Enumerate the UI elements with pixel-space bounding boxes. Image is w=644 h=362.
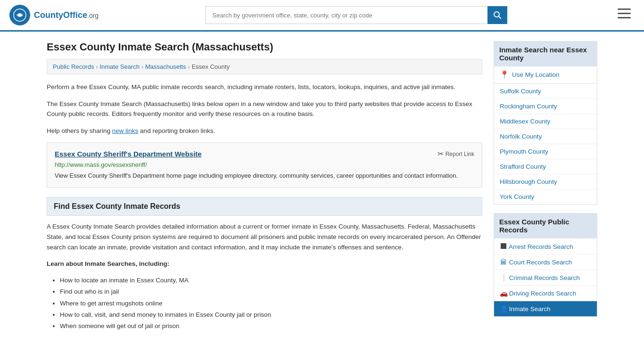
sidebar-item-hillsborough[interactable]: Hillsborough County — [494, 174, 597, 189]
bc-sep-1: › — [96, 64, 98, 70]
desc-paragraph-3: Help others by sharing new links and rep… — [47, 126, 482, 136]
svg-point-1 — [18, 14, 21, 16]
sidebar-item-plymouth[interactable]: Plymouth County — [494, 144, 597, 159]
learn-heading: Learn about Inmate Searches, including: — [47, 259, 482, 269]
svg-line-3 — [498, 16, 501, 19]
bc-sep-3: › — [188, 64, 190, 70]
location-pin-icon: 📍 — [500, 70, 509, 79]
use-my-location-link[interactable]: 📍 Use My Location — [494, 66, 597, 83]
report-link-button[interactable]: ✂ Report Link — [438, 149, 474, 158]
arrest-records-link[interactable]: Arrest Records Search — [494, 239, 597, 254]
find-section-body: A Essex County Inmate Search provides de… — [47, 222, 482, 332]
sidebar: Inmate Search near Essex County 📍 Use My… — [494, 41, 597, 341]
result-title-link[interactable]: Essex County Sheriff's Department Websit… — [55, 150, 202, 158]
breadcrumb-inmate-search[interactable]: Inmate Search — [99, 63, 140, 70]
result-card: Essex County Sheriff's Department Websit… — [47, 142, 482, 188]
court-records-item[interactable]: 🏛 Court Records Search — [494, 255, 597, 270]
rockingham-county-link[interactable]: Rockingham County — [494, 99, 597, 114]
page-title: Essex County Inmate Search (Massachusett… — [47, 41, 482, 53]
find-body-text: A Essex County Inmate Search provides de… — [47, 222, 482, 253]
use-location-label: Use My Location — [512, 71, 560, 78]
report-link-label: Report Link — [446, 151, 474, 157]
inmate-search-item[interactable]: 👤 Inmate Search — [494, 301, 597, 316]
arrest-records-icon — [500, 242, 507, 250]
nearby-section-title: Inmate Search near Essex County — [494, 41, 597, 66]
menu-button[interactable] — [614, 7, 635, 24]
search-area — [206, 6, 507, 24]
desc3-prefix: Help others by sharing — [47, 127, 112, 134]
sidebar-item-rockingham[interactable]: Rockingham County — [494, 99, 597, 114]
criminal-records-icon: ❕ — [500, 274, 507, 281]
hillsborough-county-link[interactable]: Hillsborough County — [494, 174, 597, 189]
page-layout: Essex County Inmate Search (Massachusett… — [39, 32, 605, 351]
search-button[interactable] — [487, 6, 507, 24]
result-url[interactable]: http://www.mass.gov/essexsheriff/ — [55, 161, 474, 168]
arrest-records-label: Arrest Records Search — [509, 243, 573, 250]
list-item: How to call, visit, and send money to in… — [60, 309, 482, 321]
use-my-location-item[interactable]: 📍 Use My Location — [494, 66, 597, 84]
driving-records-link[interactable]: 🚗 Driving Records Search — [494, 286, 597, 301]
scissors-icon: ✂ — [438, 149, 444, 158]
bc-sep-2: › — [141, 64, 143, 70]
svg-rect-4 — [618, 8, 631, 10]
main-content: Essex County Inmate Search (Massachusett… — [47, 41, 482, 341]
desc3-suffix: and reporting broken links. — [138, 127, 215, 134]
desc-paragraph-1: Perform a free Essex County, MA public i… — [47, 82, 482, 92]
site-header: CountyOffice.org — [0, 0, 644, 32]
desc-paragraph-2: The Essex County Inmate Search (Massachu… — [47, 99, 482, 119]
inmate-search-label: Inmate Search — [509, 305, 551, 313]
search-input[interactable] — [206, 6, 487, 24]
result-card-header: Essex County Sheriff's Department Websit… — [55, 149, 474, 158]
nearby-county-list: 📍 Use My Location Suffolk County Rocking… — [494, 66, 597, 205]
breadcrumb-essex-county: Essex County — [192, 63, 230, 70]
driving-records-label: Driving Records Search — [509, 290, 577, 297]
inmate-search-icon: 👤 — [500, 305, 507, 313]
svg-rect-5 — [618, 13, 631, 14]
court-records-link[interactable]: 🏛 Court Records Search — [494, 255, 597, 270]
court-records-label: Court Records Search — [509, 259, 572, 266]
suffolk-county-link[interactable]: Suffolk County — [494, 84, 597, 99]
sidebar-item-york[interactable]: York County — [494, 189, 597, 204]
strafford-county-link[interactable]: Strafford County — [494, 159, 597, 174]
norfolk-county-link[interactable]: Norfolk County — [494, 129, 597, 144]
svg-rect-6 — [618, 17, 631, 18]
breadcrumb-massachusetts[interactable]: Massachusetts — [145, 63, 186, 70]
court-records-icon: 🏛 — [500, 258, 507, 266]
criminal-records-link[interactable]: ❕ Criminal Records Search — [494, 270, 597, 285]
inmate-search-link[interactable]: 👤 Inmate Search — [494, 301, 597, 316]
new-links-link[interactable]: new links — [112, 127, 139, 134]
criminal-records-label: Criminal Records Search — [509, 274, 580, 281]
list-item: Where to get arrest mugshots online — [60, 298, 482, 309]
list-item: When someone will get out of jail or pri… — [60, 321, 482, 332]
sidebar-item-strafford[interactable]: Strafford County — [494, 159, 597, 174]
sidebar-item-suffolk[interactable]: Suffolk County — [494, 84, 597, 99]
breadcrumb-public-records[interactable]: Public Records — [53, 63, 94, 70]
driving-records-icon: 🚗 — [500, 289, 507, 297]
list-item: How to locate an inmate in Essex County,… — [60, 275, 482, 286]
criminal-records-item[interactable]: ❕ Criminal Records Search — [494, 270, 597, 286]
sidebar-item-norfolk[interactable]: Norfolk County — [494, 129, 597, 144]
find-section-header: Find Essex County Inmate Records — [47, 197, 482, 216]
middlesex-county-link[interactable]: Middlesex County — [494, 114, 597, 129]
result-description: View Essex County Sheriff's Department h… — [55, 171, 474, 181]
logo-text: CountyOffice.org — [34, 10, 99, 20]
breadcrumb: Public Records › Inmate Search › Massach… — [47, 59, 482, 74]
york-county-link[interactable]: York County — [494, 189, 597, 204]
plymouth-county-link[interactable]: Plymouth County — [494, 144, 597, 159]
bullet-list: How to locate an inmate in Essex County,… — [47, 275, 482, 332]
public-records-section-title: Essex County Public Records — [494, 213, 597, 239]
logo-area[interactable]: CountyOffice.org — [9, 5, 99, 25]
list-item: Find out who is in jail — [60, 286, 482, 297]
sidebar-item-middlesex[interactable]: Middlesex County — [494, 114, 597, 129]
logo-icon — [9, 5, 30, 25]
public-records-list: Arrest Records Search 🏛 Court Records Se… — [494, 239, 597, 317]
driving-records-item[interactable]: 🚗 Driving Records Search — [494, 286, 597, 301]
arrest-records-item[interactable]: Arrest Records Search — [494, 239, 597, 255]
